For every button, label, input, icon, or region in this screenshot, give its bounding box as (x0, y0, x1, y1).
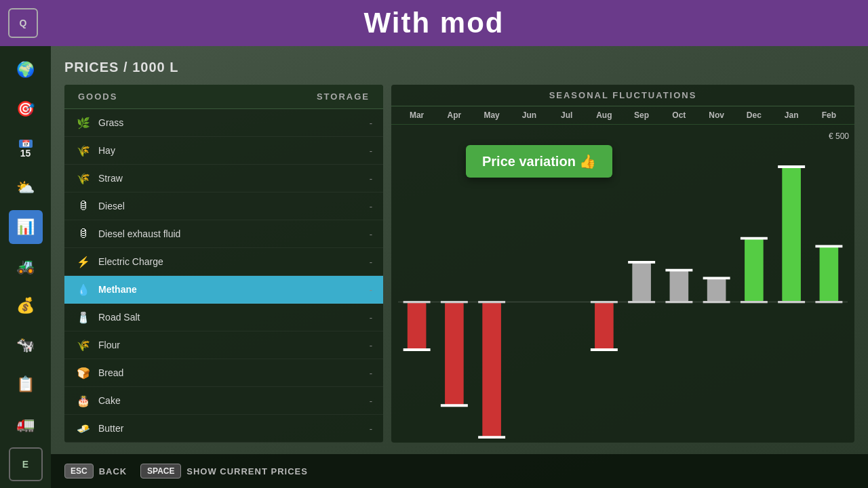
price-top-label: € 500 (829, 131, 849, 141)
sidebar-item-stats[interactable]: 📊 (9, 210, 43, 244)
goods-storage-diesel: - (370, 201, 372, 211)
calendar-date: 15 (19, 148, 33, 158)
content-grid: GOODS STORAGE 🌿 Grass - 🌾 Hay - 🌾 Straw … (64, 85, 854, 443)
sidebar-item-transport[interactable]: 🚛 (9, 407, 43, 441)
chart-month-jan: Jan (773, 110, 810, 120)
sidebar-item-calendar[interactable]: 📅 15 (9, 131, 43, 165)
goods-storage-grass: - (370, 118, 372, 128)
goods-name-electric-charge: Electric Charge (98, 256, 370, 267)
chart-month-feb: Feb (810, 110, 848, 120)
chart-month-jul: Jul (548, 110, 585, 120)
svg-rect-1 (408, 302, 427, 350)
q-key-icon: Q (8, 8, 38, 38)
goods-row-flour[interactable]: 🌾 Flour - (64, 331, 383, 359)
chart-month-apr: Apr (435, 110, 473, 120)
chart-body: Price variation 👍 € 500 € 440 (391, 125, 854, 443)
goods-row-butter[interactable]: 🧈 Butter - (64, 415, 383, 443)
sidebar-item-animals[interactable]: 🐄 (9, 328, 43, 362)
goods-icon-electric-charge: ⚡ (75, 253, 92, 270)
goods-row-methane[interactable]: 💧 Methane - (64, 276, 383, 304)
goods-icon-straw: 🌾 (75, 170, 92, 186)
show-prices-button[interactable]: SPACE SHOW CURRENT PRICES (140, 464, 308, 479)
chart-month-nov: Nov (698, 110, 735, 120)
goods-name-hay: Hay (98, 145, 370, 156)
svg-rect-28 (820, 246, 839, 302)
chart-panel: SEASONAL FLUCTUATIONS MarAprMayJunJulAug… (391, 85, 854, 443)
goods-row-straw[interactable]: 🌾 Straw - (64, 165, 383, 192)
goods-icon-butter: 🧈 (75, 420, 92, 436)
goods-list[interactable]: 🌿 Grass - 🌾 Hay - 🌾 Straw - 🛢 Diesel - 🛢… (64, 109, 383, 443)
goods-name-butter: Butter (98, 423, 370, 434)
goods-name-straw: Straw (98, 173, 370, 184)
sidebar-item-globe[interactable]: 🌍 (9, 53, 43, 87)
goods-icon-road-salt: 🧂 (75, 309, 92, 325)
goods-name-diesel-exhaust: Diesel exhaust fluid (98, 228, 370, 239)
svg-rect-13 (632, 262, 651, 302)
goods-row-hay[interactable]: 🌾 Hay - (64, 137, 383, 165)
svg-rect-10 (595, 302, 614, 350)
goods-storage-straw: - (370, 174, 372, 184)
bottom-bar: ESC BACK SPACE SHOW CURRENT PRICES (51, 454, 868, 488)
goods-name-diesel: Diesel (98, 201, 370, 211)
goods-row-cake[interactable]: 🎂 Cake - (64, 387, 383, 415)
goods-icon-diesel: 🛢 (75, 198, 92, 214)
chart-month-aug: Aug (585, 110, 623, 120)
sidebar-item-weather[interactable]: ⛅ (9, 171, 43, 205)
goods-icon-hay: 🌾 (75, 142, 92, 159)
goods-row-electric-charge[interactable]: ⚡ Electric Charge - (64, 248, 383, 276)
chart-months: MarAprMayJunJulAugSepOctNovDecJanFeb (391, 106, 854, 125)
goods-storage-electric-charge: - (370, 257, 372, 267)
goods-storage-bread: - (370, 368, 372, 378)
goods-storage-flour: - (370, 340, 372, 350)
chart-month-oct: Oct (660, 110, 698, 120)
back-label: BACK (99, 466, 127, 476)
goods-row-diesel-exhaust[interactable]: 🛢 Diesel exhaust fluid - (64, 220, 383, 248)
show-prices-label: SHOW CURRENT PRICES (186, 466, 308, 476)
goods-row-road-salt[interactable]: 🧂 Road Salt - (64, 304, 383, 331)
svg-rect-4 (445, 302, 464, 406)
goods-row-diesel[interactable]: 🛢 Diesel - (64, 192, 383, 220)
back-button[interactable]: ESC BACK (64, 464, 127, 479)
sidebar-item-tasks[interactable]: 📋 (9, 367, 43, 401)
goods-storage-methane: - (370, 285, 372, 295)
svg-rect-19 (707, 278, 726, 302)
esc-key: ESC (64, 464, 94, 479)
goods-name-grass: Grass (98, 117, 370, 128)
goods-icon-flour: 🌾 (75, 337, 92, 353)
goods-icon-grass: 🌿 (75, 115, 92, 131)
goods-icon-methane: 💧 (75, 281, 92, 298)
page-main-title: With mod (364, 7, 505, 39)
chart-month-dec: Dec (735, 110, 772, 120)
sidebar-item-money[interactable]: 💰 (9, 289, 43, 323)
goods-header: GOODS STORAGE (64, 85, 383, 109)
sidebar-item-steering[interactable]: 🎯 (9, 92, 43, 126)
goods-icon-cake: 🎂 (75, 392, 92, 409)
space-key: SPACE (140, 464, 181, 479)
goods-icon-bread: 🍞 (75, 365, 92, 381)
goods-row-bread[interactable]: 🍞 Bread - (64, 359, 383, 387)
goods-storage-diesel-exhaust: - (370, 229, 372, 239)
chart-svg (398, 131, 848, 443)
page-title: PRICES / 1000 L (64, 60, 854, 75)
goods-storage-hay: - (370, 146, 372, 156)
chart-title: SEASONAL FLUCTUATIONS (391, 85, 854, 106)
sidebar-item-e-key[interactable]: E (9, 447, 43, 481)
storage-col-label: STORAGE (317, 92, 370, 102)
goods-panel: GOODS STORAGE 🌿 Grass - 🌾 Hay - 🌾 Straw … (64, 85, 383, 443)
chart-month-may: May (473, 110, 511, 120)
svg-rect-7 (482, 302, 501, 438)
svg-rect-16 (670, 270, 689, 302)
goods-row-grass[interactable]: 🌿 Grass - (64, 109, 383, 137)
chart-month-sep: Sep (623, 110, 660, 120)
sidebar-item-tractor[interactable]: 🚜 (9, 249, 43, 283)
goods-name-bread: Bread (98, 367, 370, 378)
goods-storage-butter: - (370, 424, 372, 434)
price-variation-tooltip: Price variation 👍 (466, 145, 612, 178)
svg-rect-25 (782, 167, 801, 302)
goods-storage-road-salt: - (370, 312, 372, 323)
goods-storage-cake: - (370, 396, 372, 406)
goods-name-cake: Cake (98, 395, 370, 406)
goods-name-flour: Flour (98, 340, 370, 350)
main-content: PRICES / 1000 L GOODS STORAGE 🌿 Grass - … (51, 46, 868, 488)
chart-month-jun: Jun (511, 110, 548, 120)
